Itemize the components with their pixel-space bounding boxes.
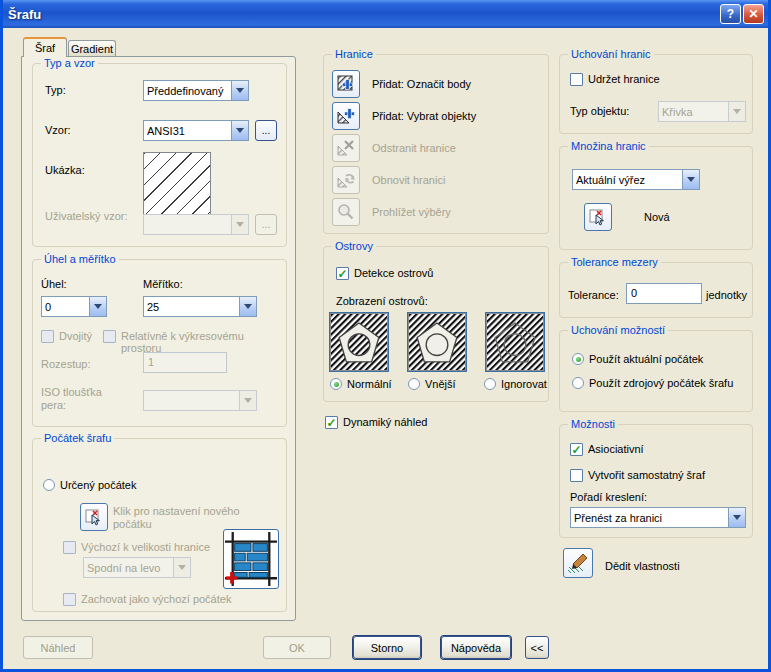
island-ignore-radio[interactable]: Ignorovat xyxy=(484,378,547,390)
close-icon[interactable]: ✕ xyxy=(743,4,764,24)
island-normal-icon xyxy=(331,314,387,370)
use-current-origin-label: Použít aktuální počátek xyxy=(589,353,703,365)
new-boundary-set-label: Nová xyxy=(644,211,670,223)
ok-button: OK xyxy=(263,636,331,659)
boundary-set-value: Aktuální výřez xyxy=(573,174,682,186)
scale-value: 25 xyxy=(144,301,239,313)
scale-combobox[interactable]: 25 xyxy=(143,296,257,317)
tab-gradient[interactable]: Gradient xyxy=(68,40,116,57)
hatch-dialog: Šrafu ? ✕ Šraf Gradient Typ a vzor Typ: … xyxy=(0,0,771,672)
collapse-dialog-button[interactable]: << xyxy=(525,636,549,659)
help-icon[interactable]: ? xyxy=(720,4,741,24)
click-origin-label: Klik pro nastavení nového počátku xyxy=(113,505,278,531)
type-combobox[interactable]: Předdefinovaný xyxy=(143,80,249,101)
tolerance-units-label: jednotky xyxy=(706,289,747,301)
title-bar[interactable]: Šrafu ? ✕ xyxy=(0,0,771,28)
remove-boundaries-label: Odstranit hranice xyxy=(372,142,456,154)
island-ignore-icon xyxy=(487,314,543,370)
group-title: Počátek šrafu xyxy=(41,432,114,444)
angle-value: 0 xyxy=(42,301,89,313)
chevron-down-icon xyxy=(89,297,106,316)
inherit-properties-icon xyxy=(567,552,589,574)
set-new-origin-button[interactable] xyxy=(80,503,108,531)
pattern-browse-button[interactable]: ... xyxy=(255,120,277,141)
scale-label: Měřítko: xyxy=(143,278,183,290)
chevron-down-icon xyxy=(173,558,190,577)
recreate-boundary-label: Obnovit hranici xyxy=(372,174,445,186)
separate-hatch-checkbox[interactable]: Vytvořit samostatný šraf xyxy=(570,469,705,482)
add-pick-points-label: Přidat: Označit body xyxy=(372,78,471,90)
group-title: Ostrovy xyxy=(332,240,376,252)
island-style-ignore-preview[interactable] xyxy=(486,313,544,371)
island-style-normal-preview[interactable] xyxy=(330,313,388,371)
chevron-down-icon xyxy=(231,121,248,140)
default-extents-checkbox: Výchozí k velikosti hranice xyxy=(63,541,210,554)
checkbox-box xyxy=(41,330,54,343)
use-source-origin-radio[interactable]: Použít zdrojový počátek šrafu xyxy=(572,377,733,389)
retain-boundaries-label: Udržet hranice xyxy=(588,73,660,85)
tolerance-input[interactable]: 0 xyxy=(626,283,702,304)
iso-pen-width-label: ISO tloušťka pera: xyxy=(41,386,121,412)
group-title: Úhel a měřítko xyxy=(41,253,119,265)
chevron-down-icon xyxy=(728,508,745,527)
magnifier-icon xyxy=(336,202,356,222)
tab-hatch[interactable]: Šraf xyxy=(23,37,67,57)
add-pick-points-button[interactable] xyxy=(332,70,360,98)
inherit-properties-button[interactable] xyxy=(563,548,593,578)
default-extents-label: Výchozí k velikosti hranice xyxy=(81,541,210,553)
island-ignore-label: Ignorovat xyxy=(501,378,547,390)
island-outer-radio[interactable]: Vnější xyxy=(408,378,456,390)
island-detection-checkbox[interactable]: ✓ Detekce ostrovů xyxy=(336,267,433,280)
select-objects-icon xyxy=(336,106,356,126)
group-boundaries: Hranice Přidat: Označit body Přidat: Vyb… xyxy=(323,54,549,234)
draw-order-combobox[interactable]: Přenést za hranici xyxy=(570,507,746,528)
recreate-boundary-button xyxy=(332,166,360,194)
island-detection-label: Detekce ostrovů xyxy=(354,267,433,279)
island-normal-radio[interactable]: Normální xyxy=(330,378,392,390)
spacing-input: 1 xyxy=(143,352,227,373)
use-current-origin-radio[interactable]: Použít aktuální počátek xyxy=(572,353,703,365)
double-label: Dvojitý xyxy=(59,330,92,342)
help-button[interactable]: Nápověda xyxy=(441,636,511,659)
boundary-set-combobox[interactable]: Aktuální výřez xyxy=(572,169,700,190)
dynamic-preview-label: Dynamiký náhled xyxy=(343,416,427,428)
angle-combobox[interactable]: 0 xyxy=(41,296,107,317)
pattern-combobox[interactable]: ANSI31 xyxy=(143,120,249,141)
new-boundary-set-button[interactable] xyxy=(584,203,612,231)
island-outer-icon xyxy=(409,314,465,370)
object-type-combobox: Křivka xyxy=(658,101,746,122)
add-select-objects-button[interactable] xyxy=(332,102,360,130)
angle-label: Úhel: xyxy=(41,278,67,290)
checkbox-box: ✓ xyxy=(336,267,349,280)
double-checkbox: Dvojitý xyxy=(41,330,92,343)
cancel-button[interactable]: Storno xyxy=(353,636,421,659)
custom-pattern-label: Uživatelský vzor: xyxy=(45,210,135,223)
group-boundary-retention: Uchování hranic Udržet hranice Typ objek… xyxy=(559,54,753,134)
relative-label: Relatívně k výkresovému prostoru xyxy=(121,330,286,354)
custom-browse-button: ... xyxy=(255,214,277,235)
group-gap-tolerance: Tolerance mezery Tolerance: 0 jednotky xyxy=(559,262,753,318)
island-style-outer-preview[interactable] xyxy=(408,313,466,371)
use-source-origin-label: Použít zdrojový počátek šrafu xyxy=(589,377,733,389)
radio-dot-icon xyxy=(576,357,581,362)
origin-position-combobox: Spodní na levo xyxy=(83,557,191,578)
group-title: Množina hranic xyxy=(568,140,649,152)
view-selections-label: Prohlížet výběry xyxy=(372,206,451,218)
chevron-down-icon xyxy=(239,391,256,410)
pattern-value: ANSI31 xyxy=(144,125,231,137)
island-outer-label: Vnější xyxy=(425,378,456,390)
chevron-down-icon xyxy=(231,215,248,234)
origin-preview-button xyxy=(223,529,279,589)
hatch-tab-page: Typ a vzor Typ: Předdefinovaný Vzor: ANS… xyxy=(21,56,296,621)
iso-pen-width-combobox xyxy=(143,390,257,411)
specified-origin-radio[interactable]: Určený počátek xyxy=(43,479,136,491)
dynamic-preview-checkbox[interactable]: ✓ Dynamiký náhled xyxy=(325,416,427,429)
retain-boundaries-checkbox[interactable]: Udržet hranice xyxy=(570,73,660,86)
checkbox-box xyxy=(570,469,583,482)
bricks-origin-icon xyxy=(225,531,277,587)
radio-circle xyxy=(572,353,584,365)
group-angle-scale: Úhel a měřítko Úhel: 0 Měřítko: 25 Dvoji… xyxy=(32,259,287,427)
inherit-properties-label: Dědit vlastnosti xyxy=(605,560,680,572)
window-title: Šrafu xyxy=(0,7,41,22)
associative-checkbox[interactable]: ✓ Asiociativní xyxy=(570,443,644,456)
